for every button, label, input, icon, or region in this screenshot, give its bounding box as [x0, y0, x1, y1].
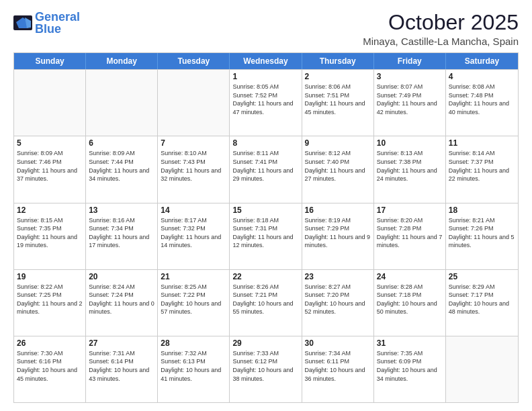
day-num-8: 8	[232, 138, 298, 148]
day-info-20: Sunrise: 8:24 AM Sunset: 7:24 PM Dayligh…	[89, 283, 154, 316]
cell-w3-d2: 21Sunrise: 8:25 AM Sunset: 7:22 PM Dayli…	[158, 270, 230, 336]
day-info-14: Sunrise: 8:17 AM Sunset: 7:32 PM Dayligh…	[161, 216, 226, 250]
cell-w1-d4: 9Sunrise: 8:12 AM Sunset: 7:40 PM Daylig…	[302, 136, 374, 202]
day-num-3: 3	[377, 72, 443, 81]
title-block: October 2025 Minaya, Castille-La Mancha,…	[363, 11, 519, 47]
header: General Blue October 2025 Minaya, Castil…	[13, 11, 519, 47]
day-num-9: 9	[305, 138, 371, 148]
logo-blue: Blue	[35, 22, 61, 36]
day-info-11: Sunrise: 8:14 AM Sunset: 7:37 PM Dayligh…	[449, 149, 515, 183]
day-num-24: 24	[377, 272, 443, 281]
logo-general: General	[35, 10, 80, 24]
header-saturday: Saturday	[446, 53, 518, 69]
cell-w0-d3: 1Sunrise: 8:05 AM Sunset: 7:52 PM Daylig…	[230, 70, 302, 136]
cell-w1-d0: 5Sunrise: 8:09 AM Sunset: 7:46 PM Daylig…	[14, 136, 86, 202]
calendar: Sunday Monday Tuesday Wednesday Thursday…	[13, 52, 519, 403]
day-info-18: Sunrise: 8:21 AM Sunset: 7:26 PM Dayligh…	[449, 216, 515, 250]
cell-w4-d0: 26Sunrise: 7:30 AM Sunset: 6:16 PM Dayli…	[14, 336, 86, 402]
day-num-6: 6	[89, 138, 154, 148]
day-num-18: 18	[449, 205, 515, 215]
cell-w4-d3: 29Sunrise: 7:33 AM Sunset: 6:12 PM Dayli…	[230, 336, 302, 402]
logo-icon	[13, 15, 32, 30]
day-num-23: 23	[305, 272, 371, 281]
cell-w1-d3: 8Sunrise: 8:11 AM Sunset: 7:41 PM Daylig…	[230, 136, 302, 202]
calendar-header: Sunday Monday Tuesday Wednesday Thursday…	[14, 53, 518, 69]
day-info-24: Sunrise: 8:28 AM Sunset: 7:18 PM Dayligh…	[377, 283, 443, 316]
month-title: October 2025	[363, 11, 519, 34]
cell-w4-d5: 31Sunrise: 7:35 AM Sunset: 6:09 PM Dayli…	[374, 336, 446, 402]
cell-w0-d2	[158, 70, 230, 136]
day-info-2: Sunrise: 8:06 AM Sunset: 7:51 PM Dayligh…	[305, 83, 371, 116]
day-num-2: 2	[305, 72, 371, 81]
day-num-21: 21	[161, 272, 226, 281]
day-num-30: 30	[305, 338, 371, 348]
day-num-19: 19	[17, 272, 83, 281]
day-num-17: 17	[377, 205, 443, 215]
day-info-27: Sunrise: 7:31 AM Sunset: 6:14 PM Dayligh…	[89, 349, 154, 383]
day-num-11: 11	[449, 138, 515, 148]
cell-w3-d4: 23Sunrise: 8:27 AM Sunset: 7:20 PM Dayli…	[302, 270, 374, 336]
day-num-25: 25	[449, 272, 515, 281]
cell-w2-d3: 15Sunrise: 8:18 AM Sunset: 7:31 PM Dayli…	[230, 203, 302, 269]
header-thursday: Thursday	[302, 53, 374, 69]
cell-w4-d2: 28Sunrise: 7:32 AM Sunset: 6:13 PM Dayli…	[158, 336, 230, 402]
day-info-8: Sunrise: 8:11 AM Sunset: 7:41 PM Dayligh…	[232, 149, 298, 183]
day-info-9: Sunrise: 8:12 AM Sunset: 7:40 PM Dayligh…	[305, 149, 371, 183]
day-info-29: Sunrise: 7:33 AM Sunset: 6:12 PM Dayligh…	[232, 349, 298, 383]
cell-w2-d6: 18Sunrise: 8:21 AM Sunset: 7:26 PM Dayli…	[446, 203, 518, 269]
day-num-28: 28	[161, 338, 226, 348]
day-info-28: Sunrise: 7:32 AM Sunset: 6:13 PM Dayligh…	[161, 349, 226, 383]
cell-w2-d0: 12Sunrise: 8:15 AM Sunset: 7:35 PM Dayli…	[14, 203, 86, 269]
header-wednesday: Wednesday	[230, 53, 302, 69]
day-num-4: 4	[449, 72, 515, 81]
day-info-22: Sunrise: 8:26 AM Sunset: 7:21 PM Dayligh…	[232, 283, 298, 316]
cell-w1-d2: 7Sunrise: 8:10 AM Sunset: 7:43 PM Daylig…	[158, 136, 230, 202]
day-info-30: Sunrise: 7:34 AM Sunset: 6:11 PM Dayligh…	[305, 349, 371, 383]
day-info-12: Sunrise: 8:15 AM Sunset: 7:35 PM Dayligh…	[17, 216, 83, 250]
cell-w0-d5: 3Sunrise: 8:07 AM Sunset: 7:49 PM Daylig…	[374, 70, 446, 136]
location-title: Minaya, Castille-La Mancha, Spain	[363, 36, 519, 47]
day-num-7: 7	[161, 138, 226, 148]
day-info-10: Sunrise: 8:13 AM Sunset: 7:38 PM Dayligh…	[377, 149, 443, 183]
cell-w3-d0: 19Sunrise: 8:22 AM Sunset: 7:25 PM Dayli…	[14, 270, 86, 336]
week-row-0: 1Sunrise: 8:05 AM Sunset: 7:52 PM Daylig…	[14, 69, 518, 136]
header-friday: Friday	[374, 53, 446, 69]
week-row-1: 5Sunrise: 8:09 AM Sunset: 7:46 PM Daylig…	[14, 136, 518, 202]
cell-w4-d6	[446, 336, 518, 402]
logo: General Blue	[13, 11, 80, 35]
week-row-3: 19Sunrise: 8:22 AM Sunset: 7:25 PM Dayli…	[14, 269, 518, 336]
cell-w1-d5: 10Sunrise: 8:13 AM Sunset: 7:38 PM Dayli…	[374, 136, 446, 202]
day-info-4: Sunrise: 8:08 AM Sunset: 7:48 PM Dayligh…	[449, 83, 515, 116]
day-info-17: Sunrise: 8:20 AM Sunset: 7:28 PM Dayligh…	[377, 216, 443, 250]
cell-w2-d1: 13Sunrise: 8:16 AM Sunset: 7:34 PM Dayli…	[86, 203, 158, 269]
cell-w2-d5: 17Sunrise: 8:20 AM Sunset: 7:28 PM Dayli…	[374, 203, 446, 269]
day-num-12: 12	[17, 205, 83, 215]
day-info-6: Sunrise: 8:09 AM Sunset: 7:44 PM Dayligh…	[89, 149, 154, 183]
day-num-15: 15	[232, 205, 298, 215]
day-num-20: 20	[89, 272, 154, 281]
day-info-3: Sunrise: 8:07 AM Sunset: 7:49 PM Dayligh…	[377, 83, 443, 116]
cell-w0-d4: 2Sunrise: 8:06 AM Sunset: 7:51 PM Daylig…	[302, 70, 374, 136]
day-info-7: Sunrise: 8:10 AM Sunset: 7:43 PM Dayligh…	[161, 149, 226, 183]
day-num-14: 14	[161, 205, 226, 215]
cell-w3-d1: 20Sunrise: 8:24 AM Sunset: 7:24 PM Dayli…	[86, 270, 158, 336]
day-info-15: Sunrise: 8:18 AM Sunset: 7:31 PM Dayligh…	[232, 216, 298, 250]
cell-w3-d3: 22Sunrise: 8:26 AM Sunset: 7:21 PM Dayli…	[230, 270, 302, 336]
day-info-26: Sunrise: 7:30 AM Sunset: 6:16 PM Dayligh…	[17, 349, 83, 383]
day-info-16: Sunrise: 8:19 AM Sunset: 7:29 PM Dayligh…	[305, 216, 371, 250]
day-num-22: 22	[232, 272, 298, 281]
day-info-23: Sunrise: 8:27 AM Sunset: 7:20 PM Dayligh…	[305, 283, 371, 316]
cell-w4-d4: 30Sunrise: 7:34 AM Sunset: 6:11 PM Dayli…	[302, 336, 374, 402]
day-num-31: 31	[377, 338, 443, 348]
day-num-5: 5	[17, 138, 83, 148]
cell-w1-d1: 6Sunrise: 8:09 AM Sunset: 7:44 PM Daylig…	[86, 136, 158, 202]
day-info-21: Sunrise: 8:25 AM Sunset: 7:22 PM Dayligh…	[161, 283, 226, 316]
day-info-19: Sunrise: 8:22 AM Sunset: 7:25 PM Dayligh…	[17, 283, 83, 316]
cell-w1-d6: 11Sunrise: 8:14 AM Sunset: 7:37 PM Dayli…	[446, 136, 518, 202]
day-num-13: 13	[89, 205, 154, 215]
day-num-27: 27	[89, 338, 154, 348]
cell-w3-d5: 24Sunrise: 8:28 AM Sunset: 7:18 PM Dayli…	[374, 270, 446, 336]
day-info-1: Sunrise: 8:05 AM Sunset: 7:52 PM Dayligh…	[232, 83, 298, 116]
week-row-2: 12Sunrise: 8:15 AM Sunset: 7:35 PM Dayli…	[14, 203, 518, 269]
page: General Blue October 2025 Minaya, Castil…	[0, 0, 532, 411]
